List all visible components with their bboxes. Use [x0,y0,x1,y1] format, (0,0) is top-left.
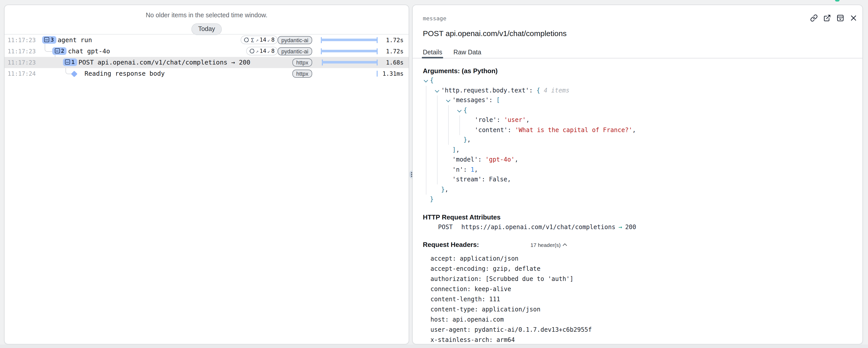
request-header-line: x-stainless-arch: arm64 [430,335,857,344]
request-header-line: accept: application/json [430,254,857,264]
code-line: } [424,195,857,204]
arrow-up-right-icon: ↗ [255,48,258,54]
tokens-sent: 14 [260,36,267,43]
headers-count-toggle[interactable]: 17 header(s) [530,242,566,248]
code-line: }, [424,185,857,195]
collapse-chevron-icon[interactable] [457,108,462,112]
trace-row[interactable]: 11:17:24 Reading response body httpx 1.3… [5,68,409,79]
empty-state: No older items in the selected time wind… [5,5,409,35]
row-duration: 1.31ms [368,70,404,77]
code-line: { [424,106,857,115]
http-attributes-heading: HTTP Request Attributes [423,213,500,221]
code-line: 'n': 1, [424,165,857,175]
external-link-icon[interactable] [823,14,831,22]
collapse-count: 3 [51,36,54,43]
span-kind-label: message [423,15,446,22]
span-detail-panel: message POST api.openai.com/v1/chat/comp… [412,5,863,344]
sigma-icon: Σ [251,37,254,43]
request-header-line: content-type: application/json [430,304,857,315]
row-timestamp: 11:17:23 [8,36,36,44]
row-duration: 1.72s [368,48,404,55]
detail-header-actions [810,14,857,22]
empty-notice: No older items in the selected time wind… [5,12,409,19]
row-timestamp: 11:17:24 [8,70,36,77]
http-request-line: POSThttps://api.openai.com/v1/chat/compl… [438,224,636,231]
token-counts-pill: Σ ↗14 ↙8 [241,35,278,44]
http-method: POST [438,224,453,231]
row-duration: 1.72s [368,36,404,44]
http-status: 200 [625,224,636,231]
request-headers-heading: Request Headers: [423,241,479,249]
collapse-chevron-icon[interactable] [424,78,428,83]
today-button[interactable]: Today [192,23,222,35]
collapse-panel-icon[interactable] [837,14,844,22]
row-label: chat gpt-4o [68,47,110,55]
request-headers-list: accept: application/jsonaccept-encoding:… [430,254,857,344]
request-header-line: accept-encoding: gzip, deflate [430,264,857,274]
arguments-code-block: {'http.request.body.text': { 4 items'mes… [424,76,857,204]
request-header-line: authorization: [Scrubbed due to 'auth'] [430,274,857,284]
http-url: https://api.openai.com/v1/chat/completio… [461,224,616,231]
collapse-minus-icon [65,60,70,65]
arrow-down-left-icon: ↙ [267,37,270,43]
arrow-down-left-icon: ↙ [267,48,270,54]
page-bottom-strip [0,344,868,348]
arguments-heading: Arguments: (as Python) [423,67,498,75]
request-header-line: host: api.openai.com [430,315,857,325]
link-icon[interactable] [810,14,818,22]
status-indicator-sliver [835,0,840,2]
request-header-line: content-length: 111 [430,294,857,304]
tokens-received: 8 [271,48,275,54]
trace-row[interactable]: 11:17:23 2 chat gpt-4o ↗14 ↙8 pydantic-a… [5,46,409,57]
app: No older items in the selected time wind… [0,0,868,348]
row-label: POST api.openai.com/v1/chat/completions … [79,58,250,66]
tab-raw-data[interactable]: Raw Data [453,48,481,58]
code-line: 'model': 'gpt-4o', [424,155,857,165]
code-line: 'role': 'user', [424,115,857,125]
code-line: 'http.request.body.text': { 4 items [424,86,857,95]
row-timestamp: 11:17:23 [8,59,36,66]
collapse-badge[interactable]: 3 [42,36,56,44]
collapse-chevron-icon[interactable] [446,98,451,103]
code-line: 'stream': False, [424,175,857,185]
trace-row[interactable]: 11:17:23 3 agent run Σ ↗14 ↙8 pydantic-a… [5,34,409,46]
collapse-badge[interactable]: 2 [52,47,66,55]
collapse-minus-icon [55,49,60,54]
log-diamond-icon [71,70,77,77]
collapse-minus-icon [44,37,49,42]
status-arrow-icon: → [619,224,622,231]
row-timestamp: 11:17:23 [8,48,36,55]
collapse-count: 2 [61,48,64,54]
collapse-chevron-icon[interactable] [435,88,439,92]
code-line: 'messages': [ [424,95,857,106]
coin-icon [244,37,249,43]
headers-count-label: 17 header(s) [530,242,561,248]
collapse-badge[interactable]: 1 [63,58,77,66]
trace-rows: 11:17:23 3 agent run Σ ↗14 ↙8 pydantic-a… [5,34,409,79]
tokens-sent: 14 [260,48,267,54]
coin-icon [249,48,254,54]
close-icon[interactable] [850,14,857,22]
code-line: 'content': 'What is the capital of Franc… [424,125,857,135]
token-counts-pill: ↗14 ↙8 [246,47,278,55]
row-label: agent run [58,36,92,44]
code-line: }, [424,135,857,145]
trace-row[interactable]: 11:17:23 1 POST api.openai.com/v1/chat/c… [5,57,409,68]
scope-tag: httpx [292,69,312,78]
code-line: { [424,76,857,86]
chevron-up-icon [563,243,567,248]
scope-tag: pydantic-ai [278,36,312,44]
span-title: POST api.openai.com/v1/chat/completions [423,29,566,37]
scope-tag: pydantic-ai [278,47,312,55]
code-line: ], [424,145,857,155]
arrow-up-right-icon: ↗ [255,37,258,43]
row-label: Reading response body [85,69,165,77]
detail-tabs: Details Raw Data [413,48,862,58]
tokens-received: 8 [271,36,275,43]
row-duration: 1.68s [368,59,404,66]
collapse-count: 1 [71,59,74,65]
trace-list-panel: No older items in the selected time wind… [4,5,409,344]
scope-tag: httpx [292,58,312,66]
tab-details[interactable]: Details [423,48,442,58]
request-header-line: connection: keep-alive [430,284,857,294]
